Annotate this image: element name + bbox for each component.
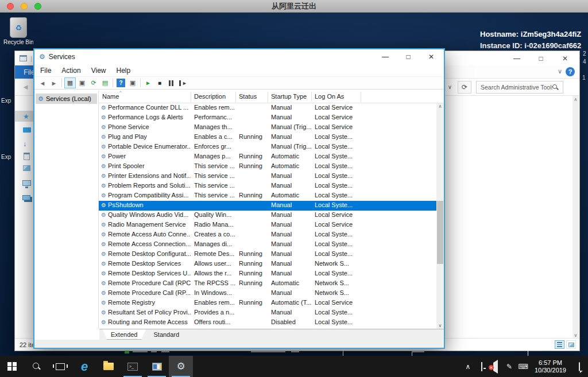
new-window-button[interactable]: ▣ xyxy=(127,79,138,87)
action-center-button[interactable] xyxy=(571,363,588,371)
service-row[interactable]: ⚙Remote Access Auto Conne...Creates a co… xyxy=(99,230,436,240)
service-row[interactable]: ⚙Print SpoolerThis service ...RunningAut… xyxy=(99,162,436,172)
pen-workspace-button[interactable]: ✎ xyxy=(502,363,516,371)
show-console-tree-button[interactable]: ▦ xyxy=(64,77,76,88)
help-button[interactable]: ? xyxy=(117,79,125,87)
service-row[interactable]: ⚙Plug and PlayEnables a c...RunningManua… xyxy=(99,133,436,142)
scroll-up-icon[interactable]: ∧ xyxy=(436,104,444,109)
service-row[interactable]: ⚙Radio Management ServiceRadio Mana...Ma… xyxy=(99,220,436,230)
thumbnail-view-button[interactable] xyxy=(566,340,576,349)
service-row[interactable]: ⚙PowerManages p...RunningAutomaticLocal … xyxy=(99,152,436,162)
tab-standard[interactable]: Standard xyxy=(145,329,187,340)
task-view-button[interactable] xyxy=(48,356,72,377)
column-header-status[interactable]: Status xyxy=(239,93,257,100)
service-row[interactable]: ⚙Remote Procedure Call (RP...In Windows.… xyxy=(99,289,436,298)
tab-extended[interactable]: Extended xyxy=(103,329,145,340)
explorer-nav-pane[interactable]: ★ ↓ xyxy=(15,96,34,339)
explorer-back-icon[interactable]: ◄ xyxy=(22,83,29,91)
service-row[interactable]: ⚙Remote Desktop Configurat...Remote Des.… xyxy=(99,250,436,259)
touch-keyboard-button[interactable]: ⌨ xyxy=(516,363,530,371)
service-row[interactable]: ⚙Quality Windows Audio Vid...Quality Win… xyxy=(99,211,436,220)
pause-service-button[interactable] xyxy=(165,80,177,86)
quick-access-toolbar-icon[interactable] xyxy=(20,55,27,61)
explorer-scrollbar[interactable]: ∧ ∨ xyxy=(572,96,579,339)
explorer-minimize-button[interactable]: — xyxy=(505,51,529,65)
services-window[interactable]: ⚙ Services — □ ✕ File Action View Help ◄… xyxy=(33,48,445,349)
forward-button[interactable]: ► xyxy=(48,80,60,87)
export-list-button[interactable]: ▤ xyxy=(99,79,111,87)
column-header-log-on-as[interactable]: Log On As xyxy=(315,93,344,100)
nav-network[interactable] xyxy=(15,192,34,203)
command-prompt-button[interactable]: >_ xyxy=(121,356,145,377)
nav-desktop[interactable] xyxy=(15,125,34,135)
scrollbar-thumb[interactable] xyxy=(437,201,443,264)
tree-item-services-local[interactable]: ⚙ Services (Local) xyxy=(36,94,97,104)
windows-desktop[interactable]: ♻ Recycle Bin Hostname: iZm5eg3h4a24fiZ … xyxy=(0,13,588,377)
recycle-bin-icon[interactable]: ♻ Recycle Bin xyxy=(3,17,33,45)
services-scrollbar[interactable]: ∧ ∨ xyxy=(436,103,444,329)
nav-quick-access[interactable]: ★ xyxy=(15,111,34,122)
services-console-tree[interactable]: ⚙ Services (Local) xyxy=(34,91,99,329)
refresh-button[interactable]: ⟳ xyxy=(458,81,471,94)
nav-this-pc[interactable] xyxy=(15,177,34,188)
back-button[interactable]: ◄ xyxy=(37,80,48,87)
mac-zoom-button[interactable] xyxy=(34,3,41,10)
service-row[interactable]: ⚙Performance Logs & AlertsPerformanc...M… xyxy=(99,113,436,123)
mac-close-button[interactable] xyxy=(7,3,14,10)
refresh-button[interactable]: ⟳ xyxy=(88,79,99,87)
service-row[interactable]: ⚙Printer Extensions and Notif...This ser… xyxy=(99,172,436,181)
volume-tray-button[interactable]: ✕ xyxy=(489,363,502,371)
service-row[interactable]: ⚙PsShutdownManualLocal Syste... xyxy=(99,201,436,211)
ribbon-expand-chevron-icon[interactable]: ∨ xyxy=(558,68,562,75)
explorer-maximize-button[interactable]: □ xyxy=(529,51,553,65)
scroll-down-icon[interactable]: ∨ xyxy=(436,323,444,328)
network-tray-button[interactable] xyxy=(475,363,489,371)
services-titlebar[interactable]: ⚙ Services — □ ✕ xyxy=(34,49,444,64)
scroll-down-icon[interactable]: ∨ xyxy=(572,333,579,338)
mac-minimize-button[interactable] xyxy=(21,3,28,10)
services-list-rows[interactable]: ⚙Performance Counter DLL ...Enables rem.… xyxy=(99,103,436,329)
column-header-description[interactable]: Description xyxy=(194,93,226,100)
server-manager-button[interactable] xyxy=(145,356,169,377)
service-row[interactable]: ⚙Portable Device Enumerator...Enforces g… xyxy=(99,142,436,152)
menu-action[interactable]: Action xyxy=(56,67,86,75)
start-button[interactable] xyxy=(0,356,24,377)
column-header-startup-type[interactable]: Startup Type xyxy=(271,93,307,100)
nav-pictures[interactable] xyxy=(15,162,34,173)
service-row[interactable]: ⚙Performance Counter DLL ...Enables rem.… xyxy=(99,103,436,113)
address-dropdown-chevron-icon[interactable]: ∨ xyxy=(448,84,452,90)
services-minimize-button[interactable]: — xyxy=(374,49,397,64)
services-maximize-button[interactable]: □ xyxy=(397,49,420,64)
services-list-header[interactable]: ^ Name Description Status Startup Type L… xyxy=(99,91,444,103)
service-row[interactable]: ⚙Resultant Set of Policy Provi...Provide… xyxy=(99,308,436,318)
service-row[interactable]: ⚙Phone ServiceManages th...Manual (Trig.… xyxy=(99,123,436,133)
nav-documents[interactable] xyxy=(15,151,34,162)
nav-downloads[interactable]: ↓ xyxy=(15,138,34,149)
hidden-icons-chevron[interactable]: ∧ xyxy=(461,363,475,371)
services-close-button[interactable]: ✕ xyxy=(420,49,443,64)
file-explorer-button[interactable] xyxy=(96,356,121,377)
service-row[interactable]: ⚙Remote Desktop Services U...Allows the … xyxy=(99,269,436,279)
explorer-close-button[interactable]: ✕ xyxy=(553,51,577,65)
taskbar-search-button[interactable] xyxy=(24,356,48,377)
start-service-button[interactable]: ► xyxy=(142,80,154,86)
menu-view[interactable]: View xyxy=(86,67,111,75)
service-row[interactable]: ⚙Program Compatibility Assi...This servi… xyxy=(99,191,436,201)
explorer-help-icon[interactable]: ? xyxy=(566,67,575,76)
scroll-up-icon[interactable]: ∧ xyxy=(572,97,579,102)
service-row[interactable]: ⚙Remote Desktop ServicesAllows user...Ru… xyxy=(99,259,436,269)
menu-help[interactable]: Help xyxy=(111,67,136,75)
search-input[interactable]: Search Administrative Tools xyxy=(476,81,563,94)
details-view-button[interactable] xyxy=(555,340,564,349)
service-row[interactable]: ⚙Problem Reports and Soluti...This servi… xyxy=(99,181,436,191)
menu-file[interactable]: File xyxy=(34,67,56,75)
service-row[interactable]: ⚙Remote Access Connection...Manages di..… xyxy=(99,240,436,250)
internet-explorer-button[interactable]: e xyxy=(72,356,96,377)
column-header-name[interactable]: Name xyxy=(102,93,119,100)
services-list[interactable]: ^ Name Description Status Startup Type L… xyxy=(99,91,444,329)
properties-button[interactable]: ▣ xyxy=(76,79,88,87)
taskbar-clock[interactable]: 6:57 PM 10/30/2019 xyxy=(530,359,571,374)
restart-service-button[interactable]: ► xyxy=(177,80,189,86)
service-row[interactable]: ⚙Remote Procedure Call (RPC)The RPCSS ..… xyxy=(99,279,436,289)
service-row[interactable]: ⚙Remote RegistryEnables rem...RunningAut… xyxy=(99,298,436,308)
